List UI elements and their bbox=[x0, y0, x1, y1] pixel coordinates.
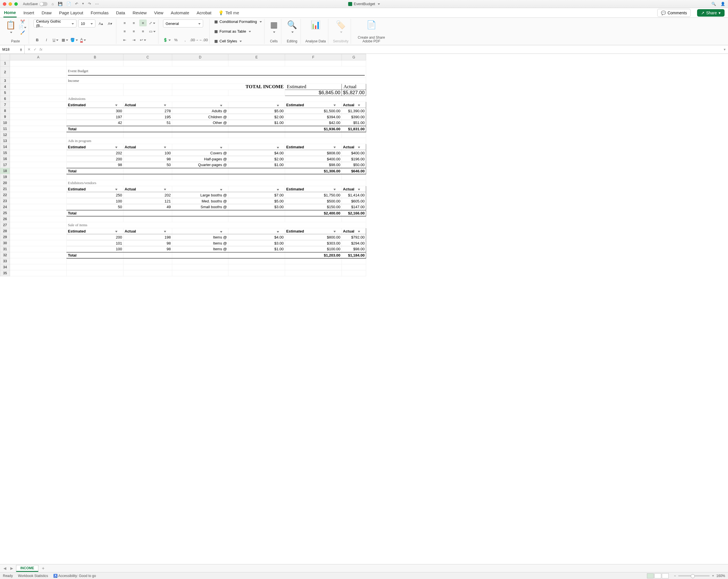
filter-icon[interactable] bbox=[334, 105, 336, 106]
filter-icon[interactable] bbox=[220, 231, 222, 233]
table-cell[interactable]: $1,500.00 bbox=[285, 108, 342, 114]
filter-icon[interactable] bbox=[164, 105, 166, 106]
increase-font-icon[interactable]: A▴ bbox=[97, 20, 105, 27]
copy-icon[interactable]: 📄 bbox=[19, 25, 26, 29]
table-cell[interactable]: 121 bbox=[124, 198, 172, 204]
table-cell[interactable]: Other @ bbox=[172, 120, 228, 126]
cut-icon[interactable]: ✂️ bbox=[20, 20, 25, 24]
filter-icon[interactable] bbox=[220, 147, 222, 148]
table-cell[interactable]: $42.00 bbox=[285, 120, 342, 126]
align-middle-icon[interactable]: ≡ bbox=[130, 20, 137, 26]
table-cell[interactable]: 202 bbox=[67, 150, 124, 156]
filter-icon[interactable] bbox=[115, 105, 118, 106]
table-header-cell[interactable]: Actual bbox=[124, 228, 172, 234]
column-header[interactable]: E bbox=[228, 54, 285, 60]
paste-button[interactable]: 📋 bbox=[5, 20, 17, 34]
table-cell[interactable]: $4.00 bbox=[228, 150, 285, 156]
filter-icon[interactable] bbox=[358, 105, 360, 106]
save-as-icon[interactable]: 📄 bbox=[67, 2, 71, 6]
add-sheet-button[interactable]: + bbox=[40, 566, 46, 571]
number-format-dropdown[interactable]: General bbox=[163, 20, 203, 27]
fx-icon[interactable]: fx bbox=[40, 47, 43, 52]
table-cell[interactable]: 49 bbox=[124, 204, 172, 210]
table-cell[interactable]: $4.00 bbox=[228, 234, 285, 240]
font-color-button[interactable]: A bbox=[79, 36, 87, 43]
column-header[interactable]: G bbox=[342, 54, 366, 60]
analyse-button[interactable]: 📊 bbox=[305, 20, 326, 30]
table-cell[interactable]: $605.00 bbox=[342, 198, 366, 204]
table-cell[interactable]: $390.00 bbox=[342, 114, 366, 120]
table-cell[interactable]: $3.00 bbox=[228, 240, 285, 246]
zoom-out-button[interactable]: − bbox=[674, 574, 676, 578]
table-header-cell[interactable]: Estimated bbox=[285, 144, 342, 150]
filter-icon[interactable] bbox=[277, 147, 279, 148]
cell-styles-button[interactable]: ▦ Cell Styles bbox=[214, 39, 262, 43]
row-header[interactable]: 30 bbox=[0, 240, 10, 246]
more-icon[interactable]: ⋯ bbox=[95, 2, 99, 6]
table-cell[interactable]: Small booths @ bbox=[172, 204, 228, 210]
row-header[interactable]: 14 bbox=[0, 144, 10, 150]
prev-sheet-button[interactable]: ◀ bbox=[2, 566, 7, 571]
table-cell[interactable]: $800.00 bbox=[285, 234, 342, 240]
row-header[interactable]: 13 bbox=[0, 138, 10, 144]
filter-icon[interactable] bbox=[358, 231, 360, 232]
table-cell[interactable]: 98 bbox=[124, 156, 172, 162]
table-header-cell[interactable] bbox=[228, 186, 285, 192]
filter-icon[interactable] bbox=[334, 231, 336, 232]
table-cell[interactable]: $196.00 bbox=[342, 156, 366, 162]
decrease-decimal-icon[interactable]: ←.00 bbox=[200, 36, 207, 43]
minimize-window-button[interactable] bbox=[8, 2, 12, 6]
table-cell[interactable]: 101 bbox=[67, 240, 124, 246]
row-header[interactable]: 7 bbox=[0, 102, 10, 108]
underline-button[interactable]: U bbox=[52, 36, 59, 43]
table-header-cell[interactable] bbox=[172, 228, 228, 234]
table-header-cell[interactable]: Estimated bbox=[285, 228, 342, 234]
table-cell[interactable]: $50.00 bbox=[342, 162, 366, 168]
table-header-cell[interactable]: Actual bbox=[124, 102, 172, 108]
table-cell[interactable]: $303.00 bbox=[285, 240, 342, 246]
column-header[interactable]: D bbox=[172, 54, 228, 60]
filter-icon[interactable] bbox=[115, 147, 118, 148]
italic-button[interactable]: I bbox=[43, 36, 50, 43]
filter-icon[interactable] bbox=[334, 147, 336, 148]
column-header[interactable]: B bbox=[67, 54, 124, 60]
filter-icon[interactable] bbox=[220, 189, 222, 191]
filter-icon[interactable] bbox=[115, 189, 118, 190]
zoom-in-button[interactable]: + bbox=[712, 574, 714, 578]
column-header[interactable]: F bbox=[285, 54, 342, 60]
table-cell[interactable]: $394.00 bbox=[285, 114, 342, 120]
increase-decimal-icon[interactable]: .00→ bbox=[190, 36, 198, 43]
table-cell[interactable]: $5.00 bbox=[228, 198, 285, 204]
tab-automate[interactable]: Automate bbox=[170, 8, 190, 17]
percent-icon[interactable]: % bbox=[172, 36, 180, 43]
conditional-formatting-button[interactable]: ▦ Conditional Formatting bbox=[214, 20, 262, 24]
row-header[interactable]: 4 bbox=[0, 84, 10, 90]
row-header[interactable]: 27 bbox=[0, 222, 10, 228]
table-cell[interactable]: Adults @ bbox=[172, 108, 228, 114]
row-header[interactable]: 35 bbox=[0, 270, 10, 276]
redo-icon[interactable]: ↷ bbox=[88, 2, 91, 6]
tab-insert[interactable]: Insert bbox=[23, 8, 35, 17]
filter-icon[interactable] bbox=[115, 231, 118, 232]
format-painter-icon[interactable]: 🖌️ bbox=[20, 30, 25, 35]
merge-icon[interactable]: ▭ bbox=[149, 28, 156, 35]
cells-button[interactable]: ▦ bbox=[269, 20, 279, 34]
tab-page-layout[interactable]: Page Layout bbox=[58, 8, 84, 17]
font-size-dropdown[interactable]: 10 bbox=[78, 20, 96, 27]
table-cell[interactable]: $7.00 bbox=[228, 192, 285, 198]
document-title[interactable]: EventBudget bbox=[348, 2, 380, 6]
table-cell[interactable]: 100 bbox=[67, 198, 124, 204]
sheet-tab-income[interactable]: INCOME bbox=[16, 565, 38, 572]
next-sheet-button[interactable]: ▶ bbox=[9, 566, 14, 571]
table-cell[interactable]: $1.00 bbox=[228, 162, 285, 168]
table-cell[interactable]: $1.00 bbox=[228, 120, 285, 126]
table-cell[interactable]: Covers @ bbox=[172, 150, 228, 156]
align-bottom-icon[interactable]: ≡ bbox=[139, 20, 147, 26]
column-header[interactable]: A bbox=[10, 54, 67, 60]
table-cell[interactable]: $3.00 bbox=[228, 204, 285, 210]
row-header[interactable]: 11 bbox=[0, 126, 10, 132]
enter-icon[interactable]: ✓ bbox=[33, 47, 37, 52]
table-header-cell[interactable]: Actual bbox=[342, 144, 366, 150]
table-cell[interactable]: 198 bbox=[124, 234, 172, 240]
table-header-cell[interactable] bbox=[172, 186, 228, 192]
